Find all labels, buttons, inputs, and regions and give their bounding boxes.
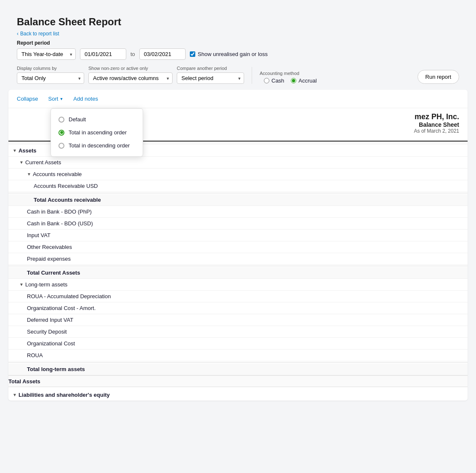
roua-label: ROUA xyxy=(27,352,468,358)
org-cost-label: Organizational Cost xyxy=(27,340,468,347)
total-long-term-row: Total long-term assets xyxy=(8,363,468,375)
accrual-radio-label[interactable]: Accrual xyxy=(291,77,316,84)
accrual-label: Accrual xyxy=(298,77,316,84)
long-term-expand-icon[interactable]: ▼ xyxy=(19,282,24,287)
chevron-left-icon: ‹ xyxy=(17,31,19,37)
current-assets-separator xyxy=(8,266,468,266)
cash-bdo-php-label: Cash in Bank - BDO (PhP) xyxy=(27,208,468,215)
roua-accum-dep-label: ROUA - Accumulated Depreciation xyxy=(27,293,468,299)
sort-ascending-radio xyxy=(59,130,64,136)
display-columns-select[interactable]: Total Only xyxy=(17,72,84,84)
page-title: Balance Sheet Report xyxy=(17,16,459,28)
total-ar-row: Total Accounts receivable xyxy=(8,194,468,206)
sort-option-descending[interactable]: Total in descending order xyxy=(51,139,143,152)
sort-dropdown: Default Total in ascending order Total i… xyxy=(51,108,143,157)
accounting-radio-group: Cash Accrual xyxy=(264,77,317,84)
sort-default-label: Default xyxy=(69,116,86,123)
non-zero-select[interactable]: Active rows/active columns xyxy=(88,72,173,84)
current-assets-label: Current Assets xyxy=(25,159,468,166)
total-current-assets-row: Total Current Assets xyxy=(8,267,468,279)
filter-labels-row: Display columns by Total Only Show non-z… xyxy=(17,66,459,84)
total-long-term-label: Total long-term assets xyxy=(27,366,468,372)
sort-option-default[interactable]: Default xyxy=(51,113,143,126)
ar-separator xyxy=(8,193,468,193)
org-cost-row: Organizational Cost xyxy=(8,338,468,350)
long-term-separator xyxy=(8,362,468,363)
date-filter-row: This Year-to-date to Show unrealised gai… xyxy=(17,48,459,60)
ar-usd-row: Accounts Receivable USD xyxy=(8,180,468,192)
compare-select-wrapper: Select period xyxy=(177,72,244,84)
accounting-method-group: Accounting method Cash Accrual xyxy=(260,71,317,84)
display-columns-label: Display columns by xyxy=(17,66,84,71)
to-label: to xyxy=(130,51,135,57)
sort-descending-radio xyxy=(59,143,64,149)
accounting-method-label: Accounting method xyxy=(260,71,317,76)
total-assets-label: Total Assets xyxy=(8,378,468,385)
cash-radio[interactable] xyxy=(264,78,269,83)
deferred-input-vat-label: Deferred Input VAT xyxy=(27,317,468,323)
display-columns-select-wrapper: Total Only xyxy=(17,72,84,84)
back-link[interactable]: ‹ Back to report list xyxy=(17,31,59,37)
cash-bdo-php-row: Cash in Bank - BDO (PhP) xyxy=(8,206,468,218)
report-toolbar: Collapse Sort ▼ Add notes Default Total … xyxy=(8,90,468,108)
other-receivables-label: Other Receivables xyxy=(27,244,468,250)
total-ar-label: Total Accounts receivable xyxy=(34,197,468,203)
total-assets-row: Total Assets xyxy=(8,375,468,387)
ar-expand-icon[interactable]: ▼ xyxy=(27,172,31,176)
current-assets-row: ▼ Current Assets xyxy=(8,157,468,168)
sort-button[interactable]: Sort ▼ xyxy=(47,95,65,103)
compare-period-group: Compare another period Select period xyxy=(177,66,244,84)
accounting-divider xyxy=(252,67,252,84)
accrual-radio[interactable] xyxy=(291,78,296,83)
other-receivables-row: Other Receivables xyxy=(8,241,468,253)
sort-default-radio xyxy=(59,117,64,123)
show-gain-loss-label[interactable]: Show unrealised gain or loss xyxy=(190,51,268,57)
long-term-label: Long-term assets xyxy=(25,281,468,288)
display-columns-group: Display columns by Total Only xyxy=(17,66,84,84)
date-to-input[interactable] xyxy=(139,48,186,60)
accounts-receivable-row: ▼ Accounts receivable xyxy=(8,168,468,180)
period-select[interactable]: This Year-to-date xyxy=(17,48,76,60)
collapse-button[interactable]: Collapse xyxy=(15,95,40,103)
sort-ascending-label: Total in ascending order xyxy=(69,129,127,136)
org-cost-amort-label: Organizational Cost - Amort. xyxy=(27,305,468,311)
long-term-assets-row: ▼ Long-term assets xyxy=(8,279,468,291)
ar-usd-label: Accounts Receivable USD xyxy=(34,183,468,189)
report-period-label: Report period xyxy=(17,40,459,46)
liabilities-row: ▼ Liabilities and shareholder's equity xyxy=(8,389,468,401)
period-select-wrapper: This Year-to-date xyxy=(17,48,76,60)
non-zero-label: Show non-zero or active only xyxy=(88,66,173,71)
prepaid-expenses-row: Prepaid expenses xyxy=(8,253,468,265)
show-gain-loss-text: Show unrealised gain or loss xyxy=(198,51,268,57)
show-gain-loss-checkbox[interactable] xyxy=(190,51,195,57)
cash-bdo-usd-label: Cash in Bank - BDO (USD) xyxy=(27,220,468,227)
total-current-assets-label: Total Current Assets xyxy=(27,270,468,276)
sort-option-ascending[interactable]: Total in ascending order xyxy=(51,126,143,139)
run-report-button[interactable]: Run report xyxy=(417,70,459,84)
page-wrapper: Balance Sheet Report ‹ Back to report li… xyxy=(0,0,476,473)
org-cost-amort-row: Organizational Cost - Amort. xyxy=(8,302,468,314)
compare-period-label: Compare another period xyxy=(177,66,244,71)
cash-radio-label[interactable]: Cash xyxy=(264,77,284,84)
prepaid-expenses-label: Prepaid expenses xyxy=(27,256,468,262)
deferred-input-vat-row: Deferred Input VAT xyxy=(8,314,468,326)
sort-label: Sort xyxy=(48,96,59,102)
date-from-input[interactable] xyxy=(80,48,126,60)
current-assets-expand-icon[interactable]: ▼ xyxy=(19,160,24,165)
non-zero-group: Show non-zero or active only Active rows… xyxy=(88,66,173,84)
input-vat-row: Input VAT xyxy=(8,230,468,241)
add-notes-button[interactable]: Add notes xyxy=(72,95,100,103)
ar-label: Accounts receivable xyxy=(33,171,468,177)
compare-select[interactable]: Select period xyxy=(177,72,244,84)
report-tree: ▼ Assets ▼ Current Assets ▼ Accounts rec… xyxy=(8,145,468,401)
roua-accum-dep-row: ROUA - Accumulated Depreciation xyxy=(8,291,468,302)
security-deposit-label: Security Deposit xyxy=(27,329,468,335)
liabilities-expand-icon[interactable]: ▼ xyxy=(13,393,17,397)
report-area: Collapse Sort ▼ Add notes Default Total … xyxy=(8,90,468,401)
input-vat-label: Input VAT xyxy=(27,232,468,238)
header-section: Balance Sheet Report ‹ Back to report li… xyxy=(8,8,468,90)
sort-descending-label: Total in descending order xyxy=(69,142,130,149)
cash-bdo-usd-row: Cash in Bank - BDO (USD) xyxy=(8,218,468,230)
liabilities-label: Liabilities and shareholder's equity xyxy=(19,392,468,398)
assets-expand-icon[interactable]: ▼ xyxy=(13,148,17,153)
